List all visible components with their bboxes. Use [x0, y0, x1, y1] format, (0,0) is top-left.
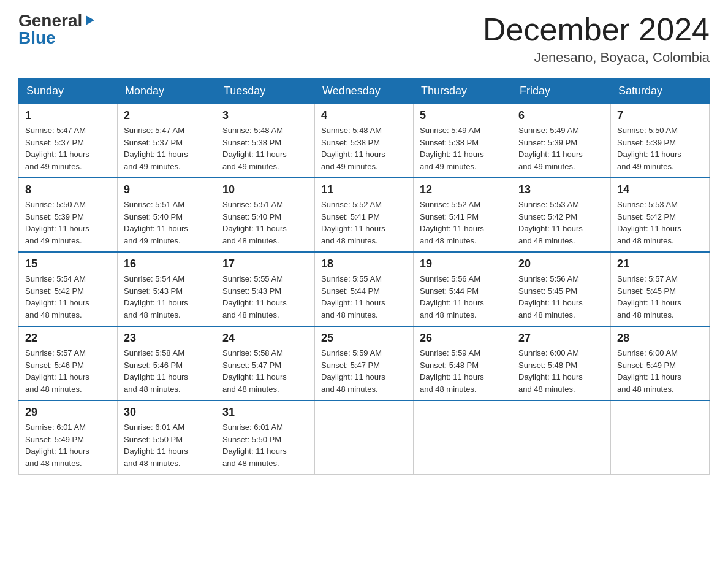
- calendar-day-cell: [315, 400, 414, 475]
- day-info: Sunrise: 5:53 AMSunset: 5:42 PMDaylight:…: [617, 199, 703, 247]
- day-number: 31: [222, 406, 308, 419]
- calendar-day-cell: 31Sunrise: 6:01 AMSunset: 5:50 PMDayligh…: [216, 400, 315, 475]
- day-info: Sunrise: 5:57 AMSunset: 5:45 PMDaylight:…: [617, 273, 703, 321]
- day-number: 4: [321, 109, 407, 122]
- calendar-day-cell: 23Sunrise: 5:58 AMSunset: 5:46 PMDayligh…: [118, 326, 216, 400]
- calendar-day-cell: 3Sunrise: 5:48 AMSunset: 5:38 PMDaylight…: [216, 104, 315, 178]
- calendar-header-row: SundayMondayTuesdayWednesdayThursdayFrid…: [19, 79, 710, 104]
- day-info: Sunrise: 5:55 AMSunset: 5:44 PMDaylight:…: [321, 273, 407, 321]
- day-number: 15: [25, 258, 111, 270]
- day-info: Sunrise: 5:50 AMSunset: 5:39 PMDaylight:…: [25, 199, 111, 247]
- day-number: 14: [617, 183, 703, 196]
- day-info: Sunrise: 5:49 AMSunset: 5:38 PMDaylight:…: [420, 124, 506, 172]
- calendar-day-cell: 15Sunrise: 5:54 AMSunset: 5:42 PMDayligh…: [19, 252, 118, 326]
- day-number: 8: [25, 183, 111, 196]
- day-number: 22: [25, 332, 111, 345]
- calendar-week-row: 1Sunrise: 5:47 AMSunset: 5:37 PMDaylight…: [19, 104, 710, 178]
- day-info: Sunrise: 5:53 AMSunset: 5:42 PMDaylight:…: [518, 199, 604, 247]
- day-info: Sunrise: 5:49 AMSunset: 5:39 PMDaylight:…: [518, 124, 604, 172]
- day-number: 11: [321, 183, 407, 196]
- day-info: Sunrise: 5:51 AMSunset: 5:40 PMDaylight:…: [222, 199, 308, 247]
- day-number: 27: [518, 332, 604, 345]
- day-info: Sunrise: 5:59 AMSunset: 5:47 PMDaylight:…: [321, 347, 407, 395]
- calendar-day-cell: 25Sunrise: 5:59 AMSunset: 5:47 PMDayligh…: [315, 326, 414, 400]
- day-info: Sunrise: 5:47 AMSunset: 5:37 PMDaylight:…: [25, 124, 111, 172]
- day-number: 6: [518, 109, 604, 122]
- header-sunday: Sunday: [19, 79, 118, 104]
- calendar-day-cell: 30Sunrise: 6:01 AMSunset: 5:50 PMDayligh…: [118, 400, 216, 475]
- calendar-day-cell: 5Sunrise: 5:49 AMSunset: 5:38 PMDaylight…: [414, 104, 512, 178]
- calendar-title: December 2024: [483, 12, 710, 47]
- calendar-week-row: 22Sunrise: 5:57 AMSunset: 5:46 PMDayligh…: [19, 326, 710, 400]
- day-info: Sunrise: 6:01 AMSunset: 5:50 PMDaylight:…: [222, 421, 308, 469]
- calendar-day-cell: 24Sunrise: 5:58 AMSunset: 5:47 PMDayligh…: [216, 326, 315, 400]
- day-number: 7: [617, 109, 703, 122]
- title-section: December 2024 Jenesano, Boyaca, Colombia: [483, 12, 710, 66]
- day-number: 17: [222, 258, 308, 270]
- day-number: 13: [518, 183, 604, 196]
- day-number: 26: [420, 332, 506, 345]
- calendar-day-cell: 21Sunrise: 5:57 AMSunset: 5:45 PMDayligh…: [611, 252, 710, 326]
- day-info: Sunrise: 5:52 AMSunset: 5:41 PMDaylight:…: [420, 199, 506, 247]
- calendar-day-cell: 20Sunrise: 5:56 AMSunset: 5:45 PMDayligh…: [512, 252, 611, 326]
- day-info: Sunrise: 5:47 AMSunset: 5:37 PMDaylight:…: [124, 124, 210, 172]
- logo: General Blue: [18, 12, 96, 47]
- calendar-day-cell: 14Sunrise: 5:53 AMSunset: 5:42 PMDayligh…: [611, 178, 710, 252]
- calendar-week-row: 29Sunrise: 6:01 AMSunset: 5:49 PMDayligh…: [19, 400, 710, 475]
- calendar-day-cell: 17Sunrise: 5:55 AMSunset: 5:43 PMDayligh…: [216, 252, 315, 326]
- day-info: Sunrise: 5:59 AMSunset: 5:48 PMDaylight:…: [420, 347, 506, 395]
- calendar-week-row: 8Sunrise: 5:50 AMSunset: 5:39 PMDaylight…: [19, 178, 710, 252]
- day-number: 30: [124, 406, 210, 419]
- header-monday: Monday: [118, 79, 216, 104]
- day-info: Sunrise: 5:54 AMSunset: 5:43 PMDaylight:…: [124, 273, 210, 321]
- day-info: Sunrise: 5:55 AMSunset: 5:43 PMDaylight:…: [222, 273, 308, 321]
- calendar-day-cell: 11Sunrise: 5:52 AMSunset: 5:41 PMDayligh…: [315, 178, 414, 252]
- day-info: Sunrise: 6:00 AMSunset: 5:48 PMDaylight:…: [518, 347, 604, 395]
- page-header: General Blue December 2024 Jenesano, Boy…: [18, 12, 710, 66]
- day-info: Sunrise: 5:48 AMSunset: 5:38 PMDaylight:…: [222, 124, 308, 172]
- calendar-day-cell: 16Sunrise: 5:54 AMSunset: 5:43 PMDayligh…: [118, 252, 216, 326]
- calendar-subtitle: Jenesano, Boyaca, Colombia: [483, 50, 710, 66]
- day-number: 28: [617, 332, 703, 345]
- day-number: 18: [321, 258, 407, 270]
- calendar-day-cell: [414, 400, 512, 475]
- calendar-day-cell: [512, 400, 611, 475]
- day-number: 2: [124, 109, 210, 122]
- day-info: Sunrise: 5:52 AMSunset: 5:41 PMDaylight:…: [321, 199, 407, 247]
- calendar-week-row: 15Sunrise: 5:54 AMSunset: 5:42 PMDayligh…: [19, 252, 710, 326]
- day-info: Sunrise: 6:00 AMSunset: 5:49 PMDaylight:…: [617, 347, 703, 395]
- calendar-day-cell: 13Sunrise: 5:53 AMSunset: 5:42 PMDayligh…: [512, 178, 611, 252]
- header-saturday: Saturday: [611, 79, 710, 104]
- calendar-day-cell: 10Sunrise: 5:51 AMSunset: 5:40 PMDayligh…: [216, 178, 315, 252]
- day-number: 16: [124, 258, 210, 270]
- day-info: Sunrise: 5:57 AMSunset: 5:46 PMDaylight:…: [25, 347, 111, 395]
- day-number: 1: [25, 109, 111, 122]
- day-info: Sunrise: 5:56 AMSunset: 5:44 PMDaylight:…: [420, 273, 506, 321]
- calendar-day-cell: 12Sunrise: 5:52 AMSunset: 5:41 PMDayligh…: [414, 178, 512, 252]
- header-friday: Friday: [512, 79, 611, 104]
- calendar-day-cell: 19Sunrise: 5:56 AMSunset: 5:44 PMDayligh…: [414, 252, 512, 326]
- day-info: Sunrise: 5:48 AMSunset: 5:38 PMDaylight:…: [321, 124, 407, 172]
- day-info: Sunrise: 5:56 AMSunset: 5:45 PMDaylight:…: [518, 273, 604, 321]
- day-number: 10: [222, 183, 308, 196]
- day-info: Sunrise: 5:58 AMSunset: 5:46 PMDaylight:…: [124, 347, 210, 395]
- day-number: 20: [518, 258, 604, 270]
- day-info: Sunrise: 5:51 AMSunset: 5:40 PMDaylight:…: [124, 199, 210, 247]
- header-thursday: Thursday: [414, 79, 512, 104]
- day-info: Sunrise: 6:01 AMSunset: 5:50 PMDaylight:…: [124, 421, 210, 469]
- day-info: Sunrise: 5:50 AMSunset: 5:39 PMDaylight:…: [617, 124, 703, 172]
- day-number: 23: [124, 332, 210, 345]
- day-info: Sunrise: 5:54 AMSunset: 5:42 PMDaylight:…: [25, 273, 111, 321]
- calendar-day-cell: 27Sunrise: 6:00 AMSunset: 5:48 PMDayligh…: [512, 326, 611, 400]
- calendar-day-cell: 26Sunrise: 5:59 AMSunset: 5:48 PMDayligh…: [414, 326, 512, 400]
- day-info: Sunrise: 5:58 AMSunset: 5:47 PMDaylight:…: [222, 347, 308, 395]
- calendar-day-cell: 9Sunrise: 5:51 AMSunset: 5:40 PMDaylight…: [118, 178, 216, 252]
- calendar-day-cell: 28Sunrise: 6:00 AMSunset: 5:49 PMDayligh…: [611, 326, 710, 400]
- header-wednesday: Wednesday: [315, 79, 414, 104]
- day-number: 3: [222, 109, 308, 122]
- calendar-day-cell: 1Sunrise: 5:47 AMSunset: 5:37 PMDaylight…: [19, 104, 118, 178]
- day-number: 12: [420, 183, 506, 196]
- calendar-day-cell: 29Sunrise: 6:01 AMSunset: 5:49 PMDayligh…: [19, 400, 118, 475]
- logo-blue-text: Blue: [18, 29, 56, 47]
- svg-marker-0: [86, 15, 94, 25]
